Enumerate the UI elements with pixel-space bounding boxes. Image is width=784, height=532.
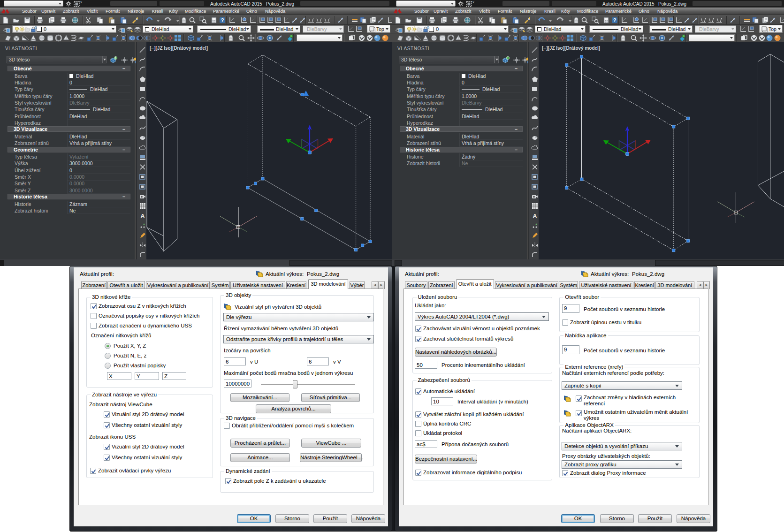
svg-text:?: ? (221, 17, 224, 23)
svg-text:A: A (533, 213, 537, 220)
svg-text:?: ? (613, 17, 617, 23)
svg-text:A: A (140, 213, 145, 220)
